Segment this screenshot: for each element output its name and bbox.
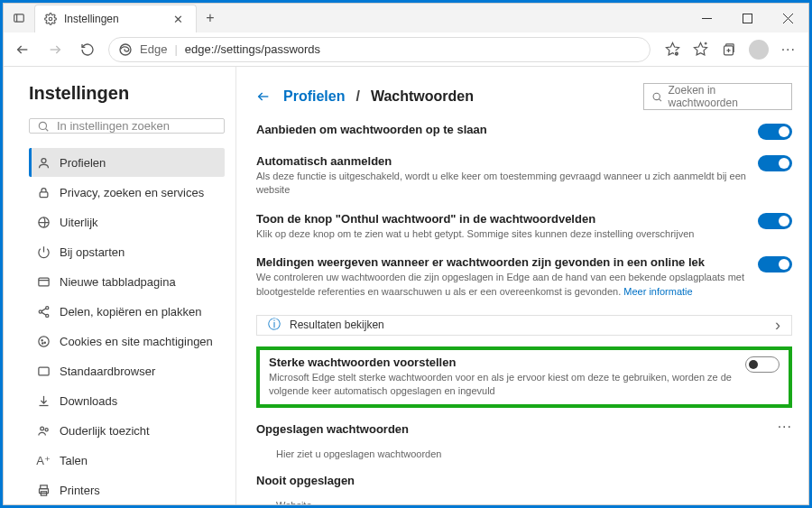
saved-passwords-empty: Hier ziet u opgeslagen wachtwoorden — [256, 448, 792, 459]
toggle-auto-signin[interactable] — [758, 155, 792, 171]
toggle-offer-save[interactable] — [758, 124, 792, 140]
maximize-button[interactable] — [727, 4, 768, 32]
svg-rect-22 — [40, 191, 48, 197]
nav-printers[interactable]: Printers — [29, 476, 225, 504]
settings-sidebar: Instellingen In instellingen zoeken Prof… — [4, 67, 236, 504]
svg-text:o: o — [675, 51, 678, 56]
tab-actions-button[interactable] — [4, 4, 34, 32]
address-url: edge://settings/passwords — [185, 42, 320, 56]
appearance-icon — [36, 216, 51, 229]
sidebar-nav: Profielen Privacy, zoeken en services Ui… — [29, 148, 225, 504]
lock-icon — [36, 186, 51, 199]
minimize-button[interactable] — [687, 4, 727, 32]
breadcrumb-parent[interactable]: Profielen — [283, 88, 345, 105]
svg-point-32 — [38, 336, 48, 346]
svg-line-20 — [45, 128, 48, 131]
gear-icon — [44, 13, 57, 25]
never-saved-heading: Nooit opgeslagen — [256, 474, 792, 487]
svg-point-2 — [49, 17, 52, 21]
back-button[interactable] — [11, 38, 34, 61]
nav-languages[interactable]: A⁺Talen — [29, 446, 225, 475]
svg-point-21 — [42, 158, 46, 162]
sidebar-title: Instellingen — [29, 83, 225, 104]
tab-close-button[interactable]: ✕ — [170, 13, 187, 26]
header-back-button[interactable] — [256, 89, 272, 104]
svg-point-35 — [42, 342, 42, 343]
nav-privacy[interactable]: Privacy, zoeken en services — [29, 178, 225, 207]
svg-line-31 — [42, 312, 46, 315]
svg-rect-25 — [38, 278, 48, 286]
browser-icon — [36, 365, 51, 378]
svg-point-34 — [44, 342, 45, 343]
chevron-right-icon: › — [775, 316, 780, 335]
main-panel: Profielen / Wachtwoorden Zoeken in wacht… — [236, 67, 808, 504]
newtab-icon — [36, 275, 51, 289]
view-results-button[interactable]: ⓘ Resultaten bekijken › — [256, 315, 792, 336]
power-icon — [36, 245, 51, 259]
nav-default[interactable]: Standaardbrowser — [29, 356, 225, 385]
browser-window: Instellingen ✕ + Edge | edge://settings/… — [3, 3, 809, 505]
tracking-prevention-icon[interactable]: o — [665, 42, 680, 57]
svg-marker-13 — [694, 42, 706, 54]
more-info-link[interactable]: Meer informatie — [623, 286, 692, 297]
breadcrumb-current: Wachtwoorden — [371, 88, 474, 105]
svg-point-39 — [40, 427, 43, 430]
svg-point-19 — [39, 122, 46, 129]
forward-button[interactable] — [43, 38, 67, 61]
favorites-icon[interactable] — [693, 42, 708, 57]
svg-point-51 — [653, 93, 660, 99]
address-bar[interactable]: Edge | edge://settings/passwords — [108, 37, 651, 62]
settings-search-input[interactable]: In instellingen zoeken — [29, 118, 225, 134]
nav-profiles[interactable]: Profielen — [29, 148, 225, 177]
never-saved-column-header: Website — [256, 500, 792, 504]
highlighted-option: Sterke wachtwoorden voorstellen Microsof… — [256, 346, 792, 408]
svg-rect-36 — [38, 367, 48, 375]
option-reveal-password: Toon de knop "Onthul wachtwoord" in de w… — [256, 210, 792, 243]
printer-icon — [36, 484, 51, 497]
edge-logo-icon — [118, 42, 133, 57]
search-placeholder: In instellingen zoeken — [57, 119, 170, 133]
profile-icon — [36, 156, 51, 170]
browser-tab[interactable]: Instellingen ✕ — [34, 5, 197, 32]
option-offer-save: Aanbieden om wachtwoorden op te slaan — [256, 121, 792, 142]
svg-line-30 — [42, 308, 46, 310]
language-icon: A⁺ — [36, 454, 51, 467]
refresh-button[interactable] — [76, 38, 99, 61]
family-icon — [36, 424, 51, 438]
info-icon: ⓘ — [268, 317, 281, 333]
nav-appearance[interactable]: Uiterlijk — [29, 208, 225, 236]
tab-title: Instellingen — [64, 13, 119, 25]
collections-icon[interactable] — [721, 42, 736, 57]
passwords-search-input[interactable]: Zoeken in wachtwoorden — [643, 83, 792, 110]
svg-line-52 — [659, 98, 661, 101]
svg-point-33 — [42, 339, 42, 340]
share-icon — [36, 305, 51, 319]
title-bar: Instellingen ✕ + — [4, 4, 808, 32]
toggle-suggest-strong[interactable] — [745, 356, 780, 373]
close-window-button[interactable] — [768, 4, 808, 32]
profile-avatar[interactable] — [749, 40, 769, 60]
option-auto-signin: Automatisch aanmelden Als deze functie i… — [256, 152, 792, 199]
svg-rect-4 — [743, 14, 752, 23]
svg-rect-0 — [14, 14, 24, 22]
nav-cookies[interactable]: Cookies en site machtigingen — [29, 327, 225, 356]
toolbar: Edge | edge://settings/passwords o ··· — [4, 32, 808, 67]
page-header: Profielen / Wachtwoorden Zoeken in wacht… — [256, 83, 792, 110]
nav-share[interactable]: Delen, kopiëren en plakken — [29, 297, 225, 326]
option-leak-alerts: Meldingen weergeven wanneer er wachtwoor… — [256, 254, 792, 300]
nav-newtab[interactable]: Nieuwe tabbladpagina — [29, 267, 225, 296]
toggle-reveal-password[interactable] — [758, 213, 792, 229]
nav-startup[interactable]: Bij opstarten — [29, 237, 225, 266]
address-prefix: Edge — [140, 42, 167, 56]
nav-downloads[interactable]: Downloads — [29, 386, 225, 415]
cookie-icon — [36, 335, 51, 348]
saved-passwords-more-button[interactable]: ··· — [778, 419, 792, 435]
download-icon — [36, 394, 51, 408]
nav-family[interactable]: Ouderlijk toezicht — [29, 416, 225, 445]
toggle-leak-alerts[interactable] — [758, 256, 792, 272]
svg-point-40 — [45, 428, 48, 430]
new-tab-button[interactable]: + — [197, 10, 224, 26]
menu-button[interactable]: ··· — [781, 42, 796, 58]
saved-passwords-heading: Opgeslagen wachtwoorden — [256, 422, 409, 436]
